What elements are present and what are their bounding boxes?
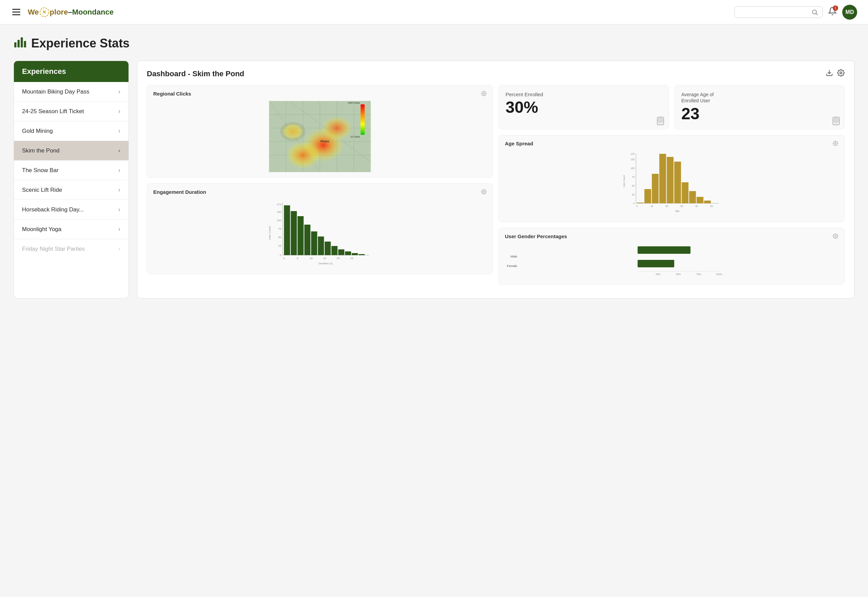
gender-svg: 25% 50% 75% 100% xyxy=(518,244,838,278)
chart-card-header: Regional Clicks xyxy=(153,91,487,98)
logo-x-icon: ✕ xyxy=(42,9,46,15)
age-spread-settings[interactable] xyxy=(833,141,838,147)
svg-text:75%: 75% xyxy=(696,273,701,275)
sidebar-item-label: Horseback Riding Day... xyxy=(22,206,84,213)
svg-rect-47 xyxy=(325,242,331,255)
svg-rect-80 xyxy=(689,191,696,203)
svg-text:25%: 25% xyxy=(655,273,660,275)
gender-settings[interactable] xyxy=(833,233,838,240)
sidebar-item-star-parties[interactable]: Friday Night Star Parties › xyxy=(14,239,128,258)
sidebar-item-gold-mining[interactable]: Gold Mining › xyxy=(14,121,128,141)
engagement-settings[interactable] xyxy=(481,189,487,196)
regional-clicks-settings[interactable] xyxy=(481,91,487,98)
age-histogram: 0 25 50 75 100 150 175 User Count xyxy=(505,151,838,215)
heatmap-svg: Provo xyxy=(153,101,487,172)
svg-rect-81 xyxy=(697,197,704,203)
svg-text:User Count: User Count xyxy=(623,175,625,187)
svg-text:25: 25 xyxy=(278,244,281,247)
svg-text:150: 150 xyxy=(277,210,281,214)
sidebar-item-snow-bar[interactable]: The Snow Bar › xyxy=(14,160,128,180)
svg-text:5: 5 xyxy=(297,257,298,260)
svg-text:50: 50 xyxy=(710,205,713,207)
sidebar-item-label: 24-25 Season Lift Ticket xyxy=(22,108,84,115)
svg-rect-76 xyxy=(660,154,666,203)
chevron-right-icon: › xyxy=(118,128,121,135)
avg-age-settings[interactable] xyxy=(833,117,840,125)
sidebar-item-moonlight-yoga[interactable]: Moonlight Yoga › xyxy=(14,220,128,239)
chevron-right-icon: › xyxy=(118,88,121,95)
svg-rect-79 xyxy=(682,182,689,203)
svg-text:20: 20 xyxy=(666,205,668,207)
hamburger-button[interactable] xyxy=(11,7,22,16)
page-title-icon xyxy=(13,35,27,51)
svg-point-62 xyxy=(835,143,836,144)
sidebar-item-label: Scenic Lift Ride xyxy=(22,187,62,193)
sidebar-item-horseback[interactable]: Horseback Riding Day... › xyxy=(14,200,128,220)
svg-rect-82 xyxy=(704,200,711,203)
svg-text:50: 50 xyxy=(632,185,635,187)
search-button[interactable] xyxy=(811,9,818,16)
search-input[interactable] xyxy=(739,9,811,15)
svg-point-23 xyxy=(286,142,320,169)
sidebar-item-season-lift[interactable]: 24-25 Season Lift Ticket › xyxy=(14,102,128,121)
sidebar-item-label: Friday Night Star Parties xyxy=(22,246,85,252)
svg-text:75: 75 xyxy=(632,176,635,178)
dashboard-grid: Regional Clicks xyxy=(147,85,844,290)
settings-button[interactable] xyxy=(837,69,844,78)
experiences-sidebar: Experiences Mountain Biking Day Pass › 2… xyxy=(13,61,129,298)
svg-rect-3 xyxy=(14,42,16,48)
svg-rect-74 xyxy=(645,189,651,203)
notification-badge: 1 xyxy=(833,5,838,11)
svg-text:100: 100 xyxy=(631,167,635,169)
svg-text:75: 75 xyxy=(278,227,281,230)
gender-bars: 25% 50% 75% 100% xyxy=(518,244,838,279)
search-bar[interactable] xyxy=(734,6,823,18)
regional-clicks-title: Regional Clicks xyxy=(153,91,191,97)
svg-rect-49 xyxy=(338,249,344,255)
percent-enrolled-value: 30% xyxy=(506,99,662,117)
svg-text:25: 25 xyxy=(632,193,635,196)
percent-enrolled-settings[interactable] xyxy=(657,117,664,125)
notification-button[interactable]: 1 xyxy=(828,7,837,18)
chart-card-header: User Gender Percentages xyxy=(505,233,838,240)
engagement-title: Engagement Duration xyxy=(153,189,206,195)
heatmap-container: Provo xyxy=(153,101,487,172)
svg-text:0: 0 xyxy=(636,205,638,207)
svg-text:User Count: User Count xyxy=(268,226,271,240)
gender-chart: Male Female xyxy=(505,244,838,279)
avatar[interactable]: MD xyxy=(842,5,857,20)
sidebar-item-mountain-biking[interactable]: Mountain Biking Day Pass › xyxy=(14,82,128,102)
download-button[interactable] xyxy=(826,69,833,78)
svg-point-9 xyxy=(483,93,484,94)
svg-rect-43 xyxy=(298,216,304,255)
logo-we: We xyxy=(28,8,39,16)
gender-card: User Gender Percentages Male Female xyxy=(499,228,844,285)
svg-point-1 xyxy=(812,10,816,14)
chevron-right-icon: › xyxy=(118,206,121,213)
svg-rect-45 xyxy=(311,232,317,255)
svg-text:100%: 100% xyxy=(716,273,722,275)
chevron-right-icon: › xyxy=(118,186,121,193)
left-column: Regional Clicks xyxy=(147,85,493,285)
main-content: Experience Stats Experiences Mountain Bi… xyxy=(0,24,868,309)
svg-text:0: 0 xyxy=(283,257,285,260)
svg-text:15: 15 xyxy=(323,257,326,260)
svg-rect-50 xyxy=(345,251,351,255)
svg-text:Duration (s): Duration (s) xyxy=(319,262,333,265)
chevron-left-icon: ‹ xyxy=(118,147,121,154)
svg-rect-75 xyxy=(652,174,659,203)
svg-text:0: 0 xyxy=(280,254,281,257)
dashboard-title: Dashboard - Skim the Pond xyxy=(147,70,244,78)
svg-rect-6 xyxy=(24,41,26,48)
sidebar-item-label: Skim the Pond xyxy=(22,147,60,154)
engagement-duration-card: Engagement Duration 0 25 xyxy=(147,183,493,274)
sidebar-item-skim-pond[interactable]: Skim the Pond ‹ xyxy=(14,141,128,160)
svg-rect-48 xyxy=(332,246,338,255)
svg-rect-51 xyxy=(352,253,358,255)
svg-text:1000 Clicks: 1000 Clicks xyxy=(348,102,360,104)
avg-age-label: Average Age ofEnrolled User xyxy=(682,92,838,104)
svg-rect-77 xyxy=(667,157,674,203)
sidebar-item-scenic-lift[interactable]: Scenic Lift Ride › xyxy=(14,180,128,200)
app-header: We ✕ plore – Moondance 1 MD xyxy=(0,0,868,24)
svg-text:0: 0 xyxy=(633,202,635,205)
